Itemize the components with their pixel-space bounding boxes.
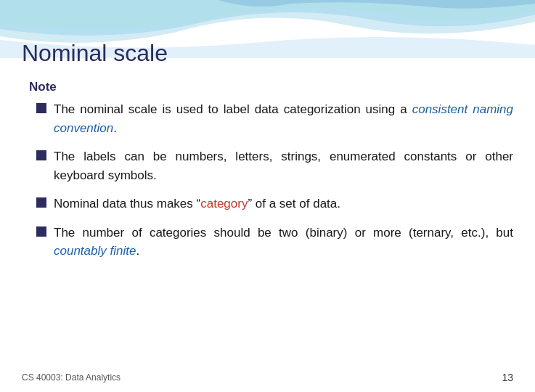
slide-title: Nominal scale [22,40,513,67]
slide-content: Nominal scale Note The nominal scale is … [0,0,535,285]
bullet-item-4: The number of categories should be two (… [36,224,513,261]
bullet-text-3: Nominal data thus makes “category” of a … [54,195,340,213]
note-label: Note [29,80,513,94]
highlight-countably-finite: countably finite [54,244,136,258]
bullet-item-1: The nominal scale is used to label data … [36,100,513,137]
bullet-text-4: The number of categories should be two (… [54,224,513,261]
bullet-item-3: Nominal data thus makes “category” of a … [36,195,513,213]
highlight-consistent-naming: consistent naming convention [54,102,513,135]
footer-course-label: CS 40003: Data Analytics [22,372,121,383]
slide-footer: CS 40003: Data Analytics 13 [22,372,513,383]
bullet-square-2 [36,150,46,160]
bullet-text-2: The labels can be numbers, letters, stri… [54,147,513,184]
bullet-square-4 [36,226,46,237]
bullet-item-2: The labels can be numbers, letters, stri… [36,147,513,184]
bullet-square-1 [36,103,46,113]
bullet-text-1: The nominal scale is used to label data … [54,100,513,137]
footer-page-number: 13 [502,372,513,383]
bullet-square-3 [36,197,46,208]
highlight-category: category [200,197,248,211]
